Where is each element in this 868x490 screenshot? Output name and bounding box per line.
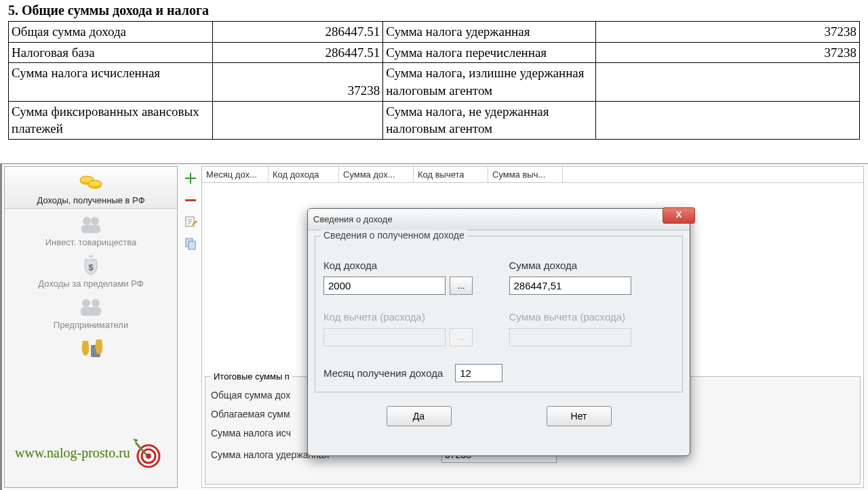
col-amount[interactable]: Сумма дох... [339,167,414,182]
income-dialog: Сведения о доходе X Сведения о полученно… [307,208,690,456]
edit-button[interactable] [182,214,199,229]
sidebar-item-abroad[interactable]: $ Доходы за пределами РФ [5,250,177,291]
sidebar-item-income-rf[interactable]: Доходы, полученные в РФ [5,167,177,209]
code-lookup-button[interactable]: ... [450,277,473,295]
cell-label: Общая сумма дохода [9,22,213,43]
svg-rect-12 [185,199,196,201]
income-fieldset: Сведения о полученном доходе Код дохода … [315,236,683,392]
add-button[interactable] [182,171,199,186]
copy-button[interactable] [182,236,199,251]
cell-label: Налоговая база [9,42,213,63]
calc-bags-icon [77,337,104,360]
code-label: Код дохода [323,260,489,271]
income-code-input[interactable] [323,277,446,295]
svg-point-3 [88,180,102,187]
sidebar-item-label: Доходы, полученные в РФ [37,195,144,205]
sidebar-item-label: Доходы за пределами РФ [38,279,143,289]
cell-label: Сумма налога исчисленная [9,63,213,101]
section-title: 5. Общие суммы дохода и налога [8,3,860,18]
svg-rect-6 [81,225,100,233]
no-button[interactable]: Нет [547,406,612,426]
watermark-text: www.nalog-prosto.ru [15,445,130,461]
deduct-code-input [323,328,446,346]
dialog-close-button[interactable]: X [663,207,695,224]
coins-icon [77,171,104,194]
income-amount-input[interactable] [509,277,631,295]
svg-text:$: $ [88,262,94,272]
svg-point-5 [91,217,99,225]
partners-icon [77,213,104,236]
watermark: www.nalog-prosto.ru [15,436,165,470]
fieldset-legend: Сведения о полученном доходе [321,230,467,241]
month-label: Месяц получения дохода [323,367,443,379]
cell-value [595,63,859,101]
sidebar-item-label: Предприниматели [54,320,128,330]
cell-label: Сумма налога, не удержанная налоговым аг… [383,101,596,139]
amount-label: Сумма дохода [509,260,675,271]
people-icon [77,295,104,319]
month-input[interactable] [455,364,502,382]
col-deduct-amount[interactable]: Сумма выч... [488,167,563,182]
moneybag-icon: $ [77,254,104,277]
deduct-lookup-button: ... [450,328,473,346]
cell-label: Сумма налога удержанная [383,22,596,43]
cell-value: 286447.51 [213,22,383,43]
svg-point-4 [83,217,91,225]
col-month[interactable]: Месяц дох... [202,167,269,182]
tax-summary-table: Общая сумма дохода 286447.51 Сумма налог… [8,21,860,140]
cell-value [595,101,859,139]
summary-title: Итоговые суммы п [211,371,292,382]
cell-label: Сумма налога, излишне удержанная налогов… [383,63,596,101]
cell-value: 286447.51 [213,42,383,63]
svg-point-8 [82,299,90,307]
cell-value [213,101,383,139]
dialog-title: Сведения о доходе [313,214,393,224]
doc-section: 5. Общие суммы дохода и налога Общая сум… [0,0,868,140]
deduct-code-label: Код вычета (расхода) [323,311,489,323]
cell-label: Сумма фиксированных авансовых платежей [9,101,213,139]
col-code[interactable]: Код дохода [269,167,339,182]
svg-rect-10 [81,307,101,316]
cell-value: 37238 [595,22,859,43]
sidebar-item-invest[interactable]: Инвест. товарищества [5,209,177,250]
deduct-amount-input [509,328,631,346]
col-deduct-code[interactable]: Код вычета [414,167,488,182]
svg-point-9 [92,299,100,307]
list-toolbar [180,164,201,490]
sidebar-item-entrepreneurs[interactable]: Предприниматели [5,291,177,333]
cell-label: Сумма налога перечисленная [383,42,596,63]
sidebar-item-label: Инвест. товарищества [45,237,137,247]
svg-rect-15 [189,241,195,249]
dialog-title-bar[interactable]: Сведения о доходе X [308,209,690,230]
yes-button[interactable]: Да [387,406,452,426]
sidebar-item-calc[interactable] [5,333,177,364]
remove-button[interactable] [182,192,199,207]
grid-header: Месяц дох... Код дохода Сумма дох... Код… [202,167,863,183]
cell-value: 37238 [595,42,859,63]
deduct-amount-label: Сумма вычета (расхода) [509,311,675,323]
target-icon [132,436,165,470]
cell-value: 37238 [213,63,383,101]
